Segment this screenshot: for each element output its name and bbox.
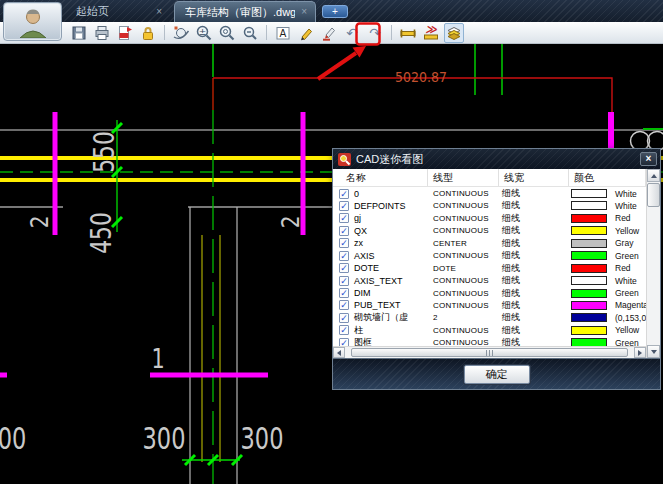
zoom-window-icon[interactable] — [217, 23, 237, 43]
export-pdf-icon[interactable] — [115, 23, 135, 43]
text-annotate-icon[interactable]: A — [273, 23, 293, 43]
table-row[interactable]: ✓ DEFPOINTS CONTINUOUS 细线 White — [333, 199, 646, 211]
horizontal-scroll-thumb[interactable] — [351, 348, 628, 357]
table-row[interactable]: ✓ DOTE DOTE 细线 Red — [333, 262, 646, 274]
layer-color-label: Magenta — [615, 300, 646, 310]
marker-icon[interactable] — [319, 23, 339, 43]
dim-text-550: 550 — [88, 131, 120, 173]
print-icon[interactable] — [92, 23, 112, 43]
scroll-up-icon[interactable] — [647, 169, 660, 182]
col-header-linetype[interactable]: 线型 — [428, 169, 499, 186]
layer-linetype: DOTE — [428, 264, 499, 273]
table-row[interactable]: ✓ 砌筑墙门（虚 2 细线 (0,153,0) — [333, 311, 646, 323]
layers-icon[interactable] — [444, 23, 464, 43]
scroll-right-icon[interactable] — [634, 347, 646, 358]
tab-start-page-label: 起始页 — [76, 4, 109, 19]
layer-color-label: Red — [615, 213, 631, 223]
layer-visibility-checkbox[interactable]: ✓ — [339, 276, 349, 286]
layer-linetype: 2 — [428, 313, 499, 322]
layer-visibility-checkbox[interactable]: ✓ — [339, 201, 349, 211]
layer-visibility-checkbox[interactable]: ✓ — [339, 300, 349, 310]
layer-visibility-checkbox[interactable]: ✓ — [339, 189, 349, 199]
vertical-scroll-thumb[interactable] — [647, 183, 660, 207]
layer-table-header: 名称 线型 线宽 颜色 — [333, 169, 646, 187]
tab-close-icon[interactable]: × — [156, 7, 162, 17]
horizontal-scrollbar[interactable] — [333, 346, 646, 358]
layer-color-label: Yellow — [615, 325, 639, 335]
layer-visibility-checkbox[interactable]: ✓ — [339, 251, 349, 261]
layer-visibility-checkbox[interactable]: ✓ — [339, 226, 349, 236]
new-tab-button[interactable]: + — [322, 5, 348, 18]
vertical-scrollbar[interactable] — [646, 169, 660, 358]
layer-color-swatch[interactable] — [571, 226, 607, 235]
table-row[interactable]: ✓ 图框 CONTINUOUS 细线 Green — [333, 336, 646, 346]
layer-linetype: CONTINUOUS — [428, 289, 499, 298]
dialog-close-button[interactable]: × — [640, 152, 657, 166]
svg-text:≫: ≫ — [425, 24, 437, 36]
zoom-scale-icon[interactable]: ± — [194, 23, 214, 43]
layer-color-swatch[interactable] — [571, 214, 607, 223]
layer-name: 柱 — [354, 324, 363, 337]
layer-lineweight: 细线 — [499, 249, 569, 262]
layer-linetype: CONTINUOUS — [428, 301, 499, 310]
ok-button[interactable]: 确定 — [464, 365, 530, 384]
redo-icon[interactable]: ↷ — [365, 23, 385, 43]
layer-linetype: CONTINUOUS — [428, 276, 499, 285]
scroll-down-icon[interactable] — [647, 345, 660, 358]
layer-visibility-checkbox[interactable]: ✓ — [339, 238, 349, 248]
lock-icon[interactable] — [138, 23, 158, 43]
table-row[interactable]: ✓ gj CONTINUOUS 细线 Red — [333, 212, 646, 224]
layer-color-swatch[interactable] — [571, 326, 607, 335]
layer-color-label: Green — [615, 251, 639, 261]
layer-table-body: ✓ 0 CONTINUOUS 细线 White ✓ DEFPOINTS CONT… — [333, 187, 646, 346]
layer-color-swatch[interactable] — [571, 301, 607, 310]
layer-name: AXIS_TEXT — [354, 276, 403, 286]
save-icon[interactable] — [69, 23, 89, 43]
layer-name: DEFPOINTS — [354, 201, 406, 211]
layer-color-swatch[interactable] — [571, 289, 607, 298]
scroll-left-icon[interactable] — [333, 347, 345, 358]
layer-lineweight: 细线 — [499, 287, 569, 300]
layer-color-swatch[interactable] — [571, 251, 607, 260]
orbit-view-icon[interactable] — [171, 23, 191, 43]
zoom-out-icon[interactable] — [240, 23, 260, 43]
layer-name: DOTE — [354, 263, 379, 273]
layer-color-swatch[interactable] — [571, 264, 607, 273]
tab-drawing-label: 车库结构（审图）.dwg — [185, 5, 295, 20]
layer-lineweight: 细线 — [499, 336, 569, 346]
tab-drawing-active[interactable]: 车库结构（审图）.dwg × — [174, 1, 316, 22]
layer-color-label: Gray — [615, 238, 633, 248]
layer-color-label: White — [615, 276, 637, 286]
measure-icon[interactable] — [398, 23, 418, 43]
undo-icon[interactable]: ↶ — [342, 23, 362, 43]
layer-visibility-checkbox[interactable]: ✓ — [339, 213, 349, 223]
table-row[interactable]: ✓ AXIS_TEXT CONTINUOUS 细线 White — [333, 274, 646, 286]
layer-color-swatch[interactable] — [571, 276, 607, 285]
pencil-icon[interactable] — [296, 23, 316, 43]
layer-visibility-checkbox[interactable]: ✓ — [339, 313, 349, 323]
layer-visibility-checkbox[interactable]: ✓ — [339, 338, 349, 346]
layer-color-swatch[interactable] — [571, 338, 607, 346]
more-tools-icon[interactable]: ≫ — [421, 23, 441, 43]
table-row[interactable]: ✓ 柱 CONTINUOUS 细线 Yellow — [333, 324, 646, 336]
layer-color-swatch[interactable] — [571, 239, 607, 248]
user-avatar-button[interactable] — [3, 2, 62, 41]
table-row[interactable]: ✓ QX CONTINUOUS 细线 Yellow — [333, 224, 646, 236]
col-header-color[interactable]: 颜色 — [569, 169, 646, 186]
layer-visibility-checkbox[interactable]: ✓ — [339, 288, 349, 298]
table-row[interactable]: ✓ AXIS CONTINUOUS 细线 Green — [333, 249, 646, 261]
table-row[interactable]: ✓ zx CENTER 细线 Gray — [333, 237, 646, 249]
col-header-name[interactable]: 名称 — [333, 169, 428, 186]
layer-color-swatch[interactable] — [571, 313, 607, 322]
layer-visibility-checkbox[interactable]: ✓ — [339, 263, 349, 273]
layer-color-swatch[interactable] — [571, 189, 607, 198]
table-row[interactable]: ✓ PUB_TEXT CONTINUOUS 细线 Magenta — [333, 299, 646, 311]
tab-start-page[interactable]: 起始页 × — [66, 1, 170, 22]
layer-color-swatch[interactable] — [571, 201, 607, 210]
table-row[interactable]: ✓ 0 CONTINUOUS 细线 White — [333, 187, 646, 199]
dialog-title-bar[interactable]: CAD迷你看图 × — [333, 149, 660, 169]
layer-visibility-checkbox[interactable]: ✓ — [339, 325, 349, 335]
tab-close-icon[interactable]: × — [301, 7, 307, 17]
col-header-lineweight[interactable]: 线宽 — [499, 169, 569, 186]
table-row[interactable]: ✓ DIM CONTINUOUS 细线 Green — [333, 287, 646, 299]
